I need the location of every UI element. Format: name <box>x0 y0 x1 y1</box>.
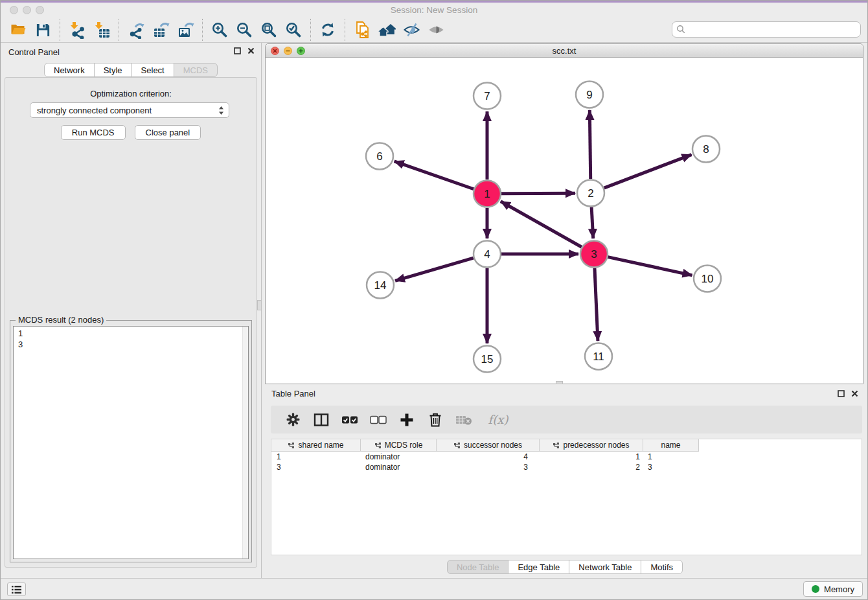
graph-node-1[interactable]: 1 <box>474 181 501 207</box>
result-scrollbar[interactable] <box>242 327 248 559</box>
apply-layout-button[interactable] <box>315 19 340 40</box>
import-table-button[interactable] <box>89 19 114 40</box>
result-line: 1 <box>18 328 248 339</box>
table-tab-edge-table[interactable]: Edge Table <box>508 560 569 574</box>
cell-mcds-role: dominator <box>361 462 437 472</box>
tab-mcds[interactable]: MCDS <box>174 63 218 77</box>
graph-node-9[interactable]: 9 <box>576 82 603 108</box>
table-tab-motifs[interactable]: Motifs <box>641 560 683 574</box>
node-table-rows: 1dominator4113dominator323 <box>271 452 862 472</box>
export-table-button[interactable] <box>148 19 173 40</box>
delete-row-button[interactable] <box>424 409 447 431</box>
column-label: predecessor nodes <box>563 441 629 450</box>
import-network-button[interactable] <box>65 19 89 40</box>
network-maximize-button[interactable] <box>297 47 305 55</box>
node-label: 3 <box>591 248 597 260</box>
graph-node-3[interactable]: 3 <box>580 241 608 268</box>
float-panel-icon[interactable] <box>234 47 241 54</box>
run-mcds-button[interactable]: Run MCDS <box>61 125 126 140</box>
fx-icon: f(x) <box>488 413 508 426</box>
import-table-icon <box>93 21 111 39</box>
column-header-name[interactable]: name <box>643 439 699 452</box>
graph-edge-2-9[interactable] <box>589 110 590 179</box>
close-panel-icon[interactable] <box>247 47 255 54</box>
zoom-in-button[interactable] <box>207 19 232 40</box>
zoom-out-button[interactable] <box>232 19 257 40</box>
tab-style[interactable]: Style <box>94 63 132 77</box>
table-tab-node-table[interactable]: Node Table <box>447 560 509 574</box>
graph-node-2[interactable]: 2 <box>577 180 604 207</box>
table-panel-tabs: Node TableEdge TableNetwork TableMotifs <box>262 560 867 574</box>
vertical-splitter-handle[interactable] <box>257 300 262 310</box>
table-row[interactable]: 3dominator323 <box>271 462 862 472</box>
add-row-button[interactable] <box>395 409 418 431</box>
control-panel: Control Panel NetworkStyleSelectMCDS Opt… <box>1 43 262 578</box>
export-network-button[interactable] <box>124 19 148 40</box>
table-tab-network-table[interactable]: Network Table <box>569 560 641 574</box>
function-builder-button[interactable]: f(x) <box>481 409 516 431</box>
toolbar-search <box>672 21 861 38</box>
split-view-button[interactable] <box>310 409 333 431</box>
optimization-criterion-label: Optimization criterion: <box>5 89 257 98</box>
close-panel-button[interactable]: Close panel <box>135 125 201 140</box>
attribute-tree-icon <box>553 442 560 449</box>
select-all-checks-button[interactable] <box>338 409 361 431</box>
column-header-predecessor-nodes[interactable]: predecessor nodes <box>540 439 643 452</box>
titlebar: Session: New Session <box>1 3 867 17</box>
network-close-button[interactable] <box>271 47 279 55</box>
column-header-shared-name[interactable]: shared name <box>271 439 361 452</box>
cell-successor-nodes: 3 <box>437 462 540 472</box>
network-window-titlebar[interactable]: scc.txt <box>266 44 863 58</box>
column-header-successor-nodes[interactable]: successor nodes <box>437 439 540 452</box>
graph-node-4[interactable]: 4 <box>474 241 501 268</box>
zoom-fit-button[interactable] <box>257 19 281 40</box>
graph-edge-3-1[interactable] <box>501 202 582 247</box>
clone-network-button[interactable] <box>350 19 374 40</box>
graph-edge-2-8[interactable] <box>604 155 692 189</box>
save-session-button[interactable] <box>30 19 55 40</box>
graph-node-8[interactable]: 8 <box>692 136 720 163</box>
graph-node-10[interactable]: 10 <box>694 266 721 292</box>
mcds-result-area[interactable]: 13 <box>13 326 249 559</box>
unchecked-boxes-icon <box>370 415 387 424</box>
graph-node-15[interactable]: 15 <box>474 346 501 373</box>
column-label: MCDS role <box>385 441 423 450</box>
graph-edge-3-11[interactable] <box>595 268 598 341</box>
graph-edge-2-3[interactable] <box>591 207 593 238</box>
network-minimize-button[interactable] <box>284 47 292 55</box>
optimization-criterion-select[interactable]: strongly connected component <box>30 102 229 118</box>
column-settings-button[interactable] <box>281 409 304 431</box>
clear-all-checks-button[interactable] <box>367 409 390 431</box>
hide-selected-button[interactable] <box>399 19 424 40</box>
graph-edge-3-10[interactable] <box>608 257 692 275</box>
save-floppy-icon <box>35 22 51 38</box>
graph-node-7[interactable]: 7 <box>474 83 501 110</box>
float-table-panel-icon[interactable] <box>838 390 845 397</box>
node-label: 4 <box>484 248 490 260</box>
network-graph[interactable]: 7968124314101511 <box>266 58 863 384</box>
tab-select[interactable]: Select <box>131 63 174 77</box>
tab-network[interactable]: Network <box>44 63 95 77</box>
table-row[interactable]: 1dominator411 <box>271 452 862 462</box>
table-panel: Table Panel <box>262 384 867 578</box>
column-label: shared name <box>298 441 343 450</box>
attribute-tree-icon <box>288 442 295 449</box>
node-label: 8 <box>703 143 709 156</box>
task-history-button[interactable] <box>7 583 26 596</box>
graph-node-6[interactable]: 6 <box>366 143 393 170</box>
column-header-mcds-role[interactable]: MCDS role <box>361 439 437 452</box>
graph-node-11[interactable]: 11 <box>585 343 612 370</box>
export-image-button[interactable] <box>173 19 198 40</box>
graph-edge-4-14[interactable] <box>395 258 474 281</box>
zoom-selected-button[interactable] <box>281 19 306 40</box>
graph-edge-1-2[interactable] <box>501 193 575 194</box>
first-neighbors-button[interactable] <box>374 19 399 40</box>
delete-table-button[interactable] <box>452 409 475 431</box>
show-all-button[interactable] <box>424 19 448 40</box>
graph-edge-1-6[interactable] <box>394 161 474 189</box>
search-input[interactable] <box>686 23 860 36</box>
graph-node-14[interactable]: 14 <box>367 272 394 299</box>
open-session-button[interactable] <box>6 19 30 40</box>
memory-button[interactable]: Memory <box>803 581 863 597</box>
close-table-panel-icon[interactable] <box>851 390 858 397</box>
